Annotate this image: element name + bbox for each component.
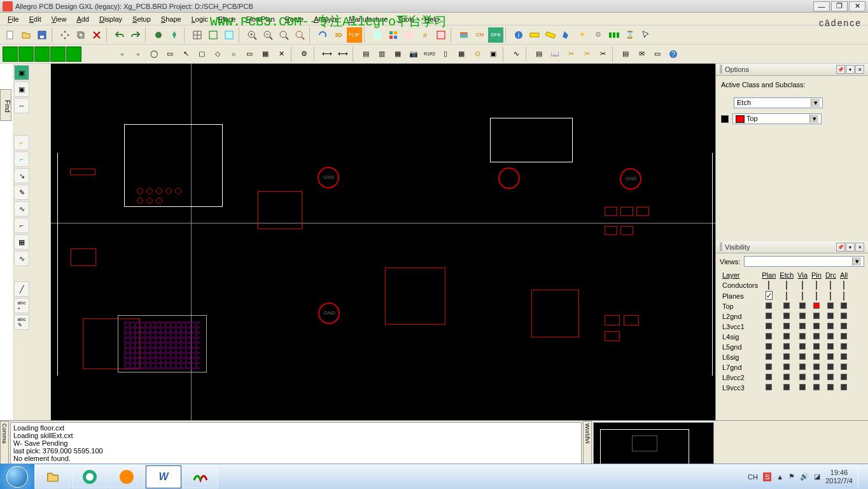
tool-chip-icon[interactable]: ▣ (14, 65, 29, 80)
layer-vis-check[interactable] (841, 313, 847, 319)
tool-chip2-icon[interactable]: ▣ (14, 82, 29, 97)
layer-vis-check[interactable] (813, 343, 820, 350)
layer-vis-check[interactable] (783, 374, 790, 380)
layer-vis-check[interactable] (783, 353, 790, 360)
cut2-icon[interactable]: ✂ (579, 46, 594, 62)
layer-vis-check[interactable] (799, 353, 806, 360)
collapse-icon[interactable]: ▾ (846, 243, 855, 252)
layer-vis-check[interactable] (783, 364, 790, 370)
layer-vis-check[interactable] (766, 302, 772, 309)
snap1-icon[interactable]: ▫ (115, 46, 130, 62)
layer-vis-check[interactable] (783, 333, 790, 339)
layer-vis-check[interactable] (783, 302, 790, 309)
layer-vis-check[interactable] (799, 313, 806, 319)
layer-vis-check[interactable] (813, 364, 820, 370)
layer-vis-check[interactable] (799, 384, 806, 390)
comp3-icon[interactable]: ▦ (390, 46, 405, 62)
menu-shape[interactable]: Shape (156, 14, 186, 24)
layer-vis-check[interactable] (827, 313, 834, 319)
doc-icon[interactable]: ▤ (618, 46, 633, 62)
layer-vis-check[interactable] (827, 374, 834, 380)
gear-icon[interactable]: ⚙ (591, 27, 606, 43)
layer-vis-check[interactable] (799, 364, 806, 370)
layer-vis-check[interactable] (841, 384, 847, 390)
cut1-icon[interactable]: ✂ (563, 46, 578, 62)
layer-vis-check[interactable] (766, 364, 772, 370)
tray-up-icon[interactable]: ▲ (776, 473, 783, 481)
cut3-icon[interactable]: ✂ (595, 46, 610, 62)
marker-icon[interactable] (151, 27, 166, 43)
sun-icon[interactable]: ☀ (575, 27, 590, 43)
shape5-icon[interactable]: ✕ (274, 46, 289, 62)
pin-icon[interactable]: 📌 (836, 243, 845, 252)
dim2-icon[interactable]: ⟷ (335, 46, 351, 62)
vis-check[interactable] (830, 281, 831, 290)
menu-setup[interactable]: Setup (127, 14, 156, 24)
mode1-button[interactable] (3, 46, 18, 62)
comp1-icon[interactable]: ▤ (358, 46, 374, 62)
tool-route2-icon[interactable]: ⌐ (14, 152, 29, 167)
vis-check[interactable] (768, 281, 769, 290)
snap4-icon[interactable]: ▭ (162, 46, 178, 62)
layer-vis-check[interactable] (766, 353, 772, 360)
layer-vis-check[interactable] (841, 302, 847, 309)
layer-vis-check[interactable] (827, 302, 834, 309)
close-panel-icon[interactable]: ✕ (855, 65, 864, 74)
subclass-combo[interactable]: Top▾ (732, 113, 822, 124)
menu-edit[interactable]: Edit (24, 14, 46, 24)
undo-icon[interactable] (112, 27, 127, 43)
pin-icon[interactable]: 📌 (836, 65, 845, 74)
vis-check[interactable] (843, 292, 844, 301)
start-button[interactable] (0, 464, 34, 490)
layer-vis-check[interactable] (783, 384, 790, 390)
layer-vis-check[interactable] (799, 374, 806, 380)
layer-vis-check[interactable] (783, 343, 790, 350)
poly-icon[interactable]: ▢ (194, 46, 209, 62)
tool-grid-icon[interactable]: ▦ (14, 234, 29, 250)
timer-icon[interactable]: ⌛ (622, 27, 638, 43)
menu-logic[interactable]: Logic (186, 14, 213, 24)
tool-text2-icon[interactable]: abc✎ (14, 315, 29, 330)
dim1-icon[interactable]: ⟷ (319, 46, 335, 62)
shape2-icon[interactable]: ○ (226, 46, 241, 62)
collapse-icon[interactable]: ▾ (846, 65, 855, 74)
tool-route-icon[interactable]: ⌐ (14, 135, 29, 150)
layer-vis-check[interactable] (841, 364, 847, 370)
ruler2-icon[interactable] (543, 27, 558, 43)
tray-ch[interactable]: CH (748, 473, 758, 481)
via2-icon[interactable]: ⊙ (470, 46, 485, 62)
layer-vis-check[interactable] (813, 374, 820, 380)
xsec-icon[interactable] (456, 27, 472, 43)
cursor-icon[interactable] (638, 27, 654, 43)
tray-volume-icon[interactable]: 🔊 (800, 472, 809, 481)
layer-vis-check[interactable] (766, 374, 772, 380)
mail-icon[interactable]: ✉ (634, 46, 649, 62)
col-etch[interactable]: Etch (778, 271, 795, 280)
layer-vis-check[interactable] (766, 384, 772, 390)
ruler-icon[interactable] (527, 27, 542, 43)
options-panel-header[interactable]: Options 📌 ▾ ✕ (716, 64, 868, 76)
class-combo[interactable]: Etch▾ (734, 97, 823, 108)
views-combo[interactable]: ▾ (744, 256, 864, 267)
close-button[interactable]: ✕ (849, 1, 865, 11)
tray-clock[interactable]: 19:46 2012/7/4 (825, 469, 853, 485)
vis-check[interactable] (816, 292, 817, 301)
layer-vis-check[interactable] (841, 323, 847, 329)
layer-vis-check[interactable] (827, 364, 834, 370)
move-icon[interactable] (57, 27, 73, 43)
vis-check[interactable] (802, 292, 803, 301)
menu-file[interactable]: File (3, 14, 24, 24)
conn-icon[interactable]: ▦ (454, 46, 469, 62)
new-icon[interactable] (3, 27, 18, 43)
mode3-button[interactable] (34, 46, 50, 62)
visibility-panel-header[interactable]: Visibility 📌 ▾ ✕ (716, 241, 868, 253)
taskbar-explorer[interactable] (35, 465, 71, 488)
dfa-icon[interactable]: DFA (488, 27, 503, 43)
tool-move-icon[interactable]: ↔ (14, 98, 29, 113)
snap3-icon[interactable]: ◯ (146, 46, 162, 62)
vis-check[interactable] (830, 292, 831, 301)
menu-display[interactable]: Display (94, 14, 127, 24)
layer-vis-check[interactable] (799, 333, 806, 339)
layer-vis-check[interactable] (827, 343, 834, 350)
layer-vis-check[interactable] (813, 313, 820, 319)
